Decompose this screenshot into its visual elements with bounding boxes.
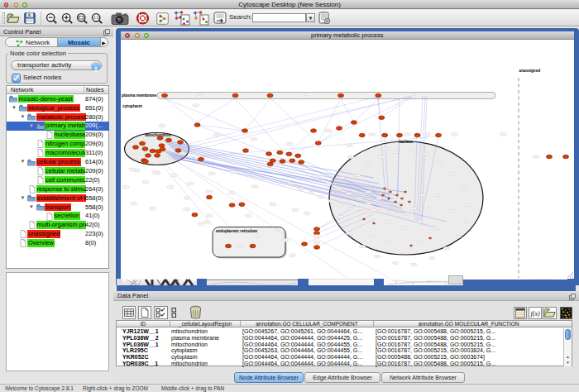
svg-text:endoplasmic reticulum: endoplasmic reticulum xyxy=(216,229,257,233)
svg-text:unassigned: unassigned xyxy=(519,69,541,73)
svg-text:cytoplasm: cytoplasm xyxy=(122,104,142,108)
svg-text:nucleus: nucleus xyxy=(399,140,414,144)
svg-text:1:1: 1:1 xyxy=(93,16,99,20)
svg-text:plasma membrane: plasma membrane xyxy=(122,93,156,98)
svg-text:mitochondrion: mitochondrion xyxy=(145,133,171,137)
svg-text:f(x): f(x) xyxy=(531,310,540,318)
